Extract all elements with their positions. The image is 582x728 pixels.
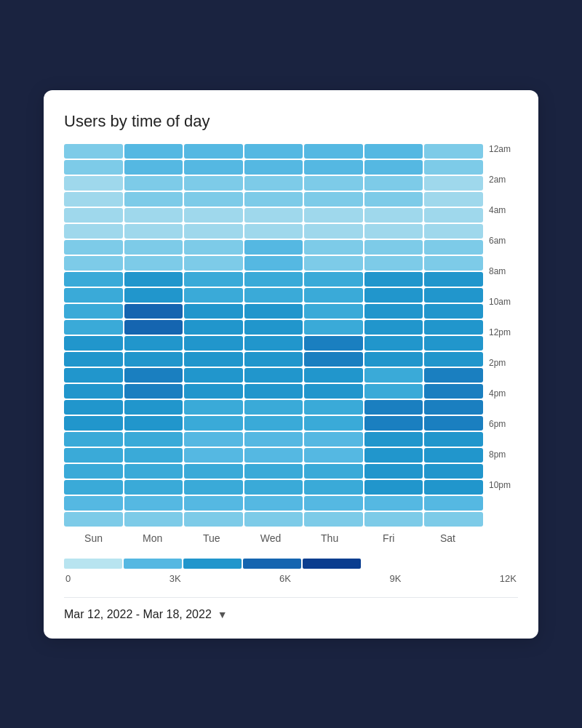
heatmap-cell (244, 256, 303, 271)
main-card: Users by time of day 12am2am4am6am8am10a… (44, 90, 538, 639)
heatmap-cell (424, 304, 483, 319)
heatmap-cell (364, 208, 423, 223)
heatmap-cell (124, 368, 183, 383)
heatmap-cell (64, 352, 123, 367)
heatmap-cell (64, 432, 123, 447)
heatmap-cell (364, 224, 423, 239)
heatmap-cell (244, 224, 303, 239)
heatmap-cell (124, 208, 183, 223)
heatmap-cell (424, 192, 483, 207)
heatmap-cell (424, 432, 483, 447)
dropdown-arrow-icon[interactable]: ▼ (218, 609, 228, 620)
heatmap-cell (364, 320, 423, 335)
heatmap-cell (64, 240, 123, 255)
legend-bar-segment (124, 559, 182, 569)
heatmap-cell (244, 480, 303, 495)
heatmap-cell (304, 192, 363, 207)
heatmap-cell (124, 416, 183, 431)
heatmap-cell (424, 400, 483, 415)
heatmap-cell (64, 496, 123, 511)
heatmap-cell (244, 448, 303, 463)
heatmap-cell (124, 144, 183, 159)
heatmap-cell (304, 144, 363, 159)
heatmap-cell (364, 496, 423, 511)
heatmap-cell (424, 256, 483, 271)
heatmap-cell (64, 464, 123, 479)
heatmap-cell (304, 256, 363, 271)
heatmap-cell (124, 400, 183, 415)
heatmap-grid (64, 144, 483, 527)
time-label: 2am (489, 175, 518, 205)
legend-labels: 03K6K9K12K (64, 573, 518, 584)
heatmap-cell (304, 368, 363, 383)
day-label: Thu (300, 532, 359, 544)
heatmap-cell (124, 448, 183, 463)
heatmap-cell (184, 384, 243, 399)
heatmap-cell (304, 304, 363, 319)
heatmap-cell (64, 288, 123, 303)
heatmap-cell (184, 336, 243, 351)
heatmap-cell (124, 496, 183, 511)
heatmap-cell (304, 240, 363, 255)
heatmap-cell (64, 368, 123, 383)
time-label: 4pm (489, 388, 518, 419)
heatmap-cell (304, 320, 363, 335)
heatmap-cell (364, 304, 423, 319)
heatmap-cell (184, 448, 243, 463)
heatmap-cell (364, 512, 423, 527)
heatmap-cell (244, 336, 303, 351)
heatmap-cell (124, 240, 183, 255)
heatmap-cell (364, 336, 423, 351)
heatmap-cell (124, 304, 183, 319)
legend-bar-segment (64, 559, 122, 569)
heatmap-cell (424, 224, 483, 239)
heatmap-cell (184, 176, 243, 191)
heatmap-cell (184, 256, 243, 271)
time-label: 10pm (489, 480, 518, 511)
legend-label: 6K (279, 573, 291, 584)
heatmap-cell (304, 384, 363, 399)
heatmap-cell (184, 160, 243, 175)
heatmap-cell (244, 288, 303, 303)
chart-area: 12am2am4am6am8am10am12pm2pm4pm6pm8pm10pm… (64, 144, 518, 584)
heatmap-cell (244, 192, 303, 207)
heatmap-cell (64, 384, 123, 399)
heatmap-cell (304, 224, 363, 239)
heatmap-cell (424, 144, 483, 159)
heatmap-cell (364, 288, 423, 303)
divider (64, 597, 518, 598)
heatmap-cell (424, 464, 483, 479)
heatmap-cell (64, 336, 123, 351)
heatmap-cell (124, 160, 183, 175)
heatmap-cell (124, 512, 183, 527)
heatmap-cell (184, 352, 243, 367)
heatmap-cell (124, 352, 183, 367)
heatmap-cell (64, 320, 123, 335)
heatmap-cell (424, 320, 483, 335)
heatmap-cell (304, 464, 363, 479)
heatmap-cell (304, 416, 363, 431)
heatmap-cell (244, 176, 303, 191)
heatmap-cell (64, 416, 123, 431)
heatmap-cell (64, 224, 123, 239)
heatmap-cell (424, 496, 483, 511)
date-range-row[interactable]: Mar 12, 2022 - Mar 18, 2022 ▼ (64, 608, 518, 621)
legend-label: 9K (389, 573, 401, 584)
heatmap-cell (364, 432, 423, 447)
heatmap-cell (364, 256, 423, 271)
time-label: 4am (489, 205, 518, 236)
heatmap-cell (244, 240, 303, 255)
heatmap-cell (304, 352, 363, 367)
day-label: Sat (418, 532, 477, 544)
legend-bar-row (64, 557, 518, 570)
heatmap-cell (184, 496, 243, 511)
heatmap-cell (124, 464, 183, 479)
heatmap-cell (304, 496, 363, 511)
heatmap-cell (244, 368, 303, 383)
heatmap-cell (184, 320, 243, 335)
time-label: 12am (489, 144, 518, 175)
day-label: Tue (182, 532, 241, 544)
heatmap-cell (424, 416, 483, 431)
day-label: Wed (241, 532, 300, 544)
heatmap-cell (364, 384, 423, 399)
